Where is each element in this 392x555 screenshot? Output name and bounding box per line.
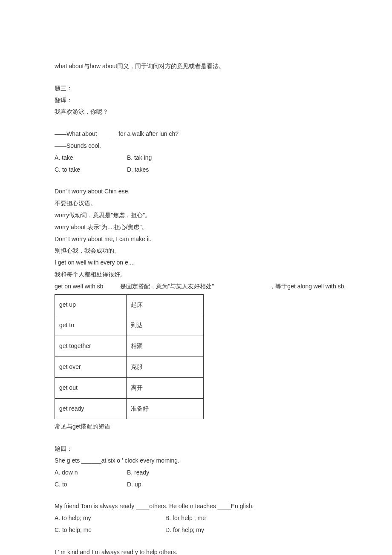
option-b: B. tak ing	[127, 153, 152, 163]
table-cell: 准备好	[126, 398, 203, 419]
table-row: get over克服	[55, 357, 204, 377]
text-line: 翻译：	[55, 95, 337, 106]
table-cell: 离开	[126, 377, 203, 398]
option-a: A. dow n	[55, 468, 127, 478]
table-cell: 克服	[126, 357, 203, 377]
text-line: ——Sounds cool.	[55, 141, 337, 151]
text-line: Don' t worry about Chin ese.	[55, 187, 337, 197]
table-cell: get out	[55, 377, 127, 398]
option-b: B. for help ; me	[165, 513, 206, 523]
text-line: ——What about ______for a walk after lun …	[55, 129, 337, 139]
text-line: 不要担心汉语。	[55, 198, 337, 209]
table-row: get together相聚	[55, 336, 204, 357]
option-d: D. for help; my	[165, 525, 204, 535]
table-cell: 相聚	[126, 336, 203, 357]
text-line: I ' m kind and I m always read y to help…	[55, 547, 337, 555]
table-row: get to到达	[55, 315, 204, 336]
text-line: I get on well with every on e....	[55, 258, 337, 268]
text-line: She g ets ______at six o ' clock every m…	[55, 456, 337, 466]
text-segment: ，等于get along well with sb.	[269, 282, 346, 292]
text-segment: get on well with sb	[55, 282, 103, 292]
text-line: worry about 表示"为....担心/焦虑"。	[55, 222, 337, 233]
option-c: C. to	[55, 480, 127, 490]
table-row: get out离开	[55, 377, 204, 398]
table-cell: get over	[55, 357, 127, 377]
option-b: B. ready	[127, 468, 149, 478]
table-cell: get to	[55, 315, 127, 336]
table-cell: get ready	[55, 398, 127, 419]
text-line: Don' t worry about me, I can make it.	[55, 234, 337, 244]
table-cell: 起床	[126, 294, 203, 315]
text-line: 别担心我，我会成功的。	[55, 246, 337, 256]
table-cell: get up	[55, 294, 127, 315]
text-line: 我喜欢游泳，你呢？	[55, 107, 337, 117]
option-d: D. takes	[127, 165, 149, 175]
option-a: A. to help; my	[55, 513, 140, 523]
table-caption: 常见与get搭配的短语	[55, 422, 337, 432]
text-line: My friend Tom is always ready ____others…	[55, 501, 337, 512]
text-line: what about与how about同义，同于询问对方的意见或者是看法。	[55, 61, 337, 72]
text-line: worry做动词，意思是"焦虑，担心"。	[55, 210, 337, 221]
phrase-table: get up起床 get to到达 get together相聚 get ove…	[55, 294, 204, 420]
table-cell: get together	[55, 336, 127, 357]
table-cell: 到达	[126, 315, 203, 336]
option-a: A. take	[55, 153, 127, 163]
option-c: C. to take	[55, 165, 127, 175]
table-row: get ready准备好	[55, 398, 204, 419]
text-segment: 是固定搭配，意为"与某人友好相处"	[120, 282, 214, 292]
option-d: D. up	[127, 480, 141, 490]
table-row: get up起床	[55, 294, 204, 315]
question-header: 题四：	[55, 444, 337, 454]
question-header: 题三：	[55, 83, 337, 94]
text-line: 我和每个人都相处得很好。	[55, 270, 337, 280]
option-c: C. to help; me	[55, 525, 140, 535]
